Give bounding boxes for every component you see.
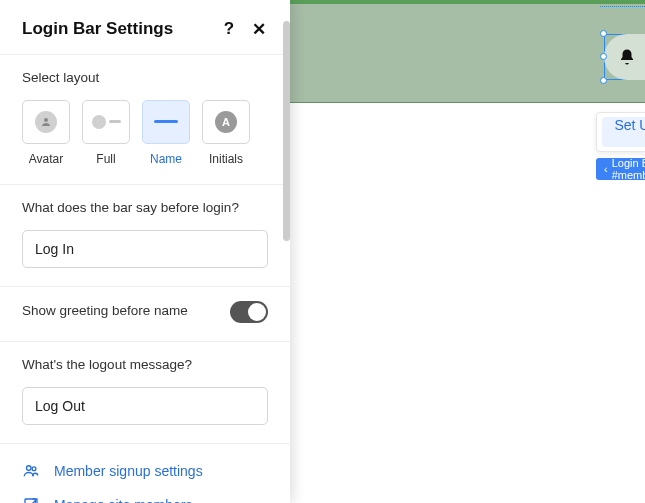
layout-option-initials[interactable]: A Initials (202, 100, 250, 166)
layout-option-avatar[interactable]: Avatar (22, 100, 70, 166)
panel-title: Login Bar Settings (22, 19, 210, 39)
resize-handle[interactable] (600, 77, 607, 84)
close-button[interactable]: ✕ (248, 18, 270, 40)
close-icon: ✕ (252, 19, 266, 40)
breadcrumb-label: Login Bar #membersLoginBar4 (612, 157, 645, 181)
layout-option-name[interactable]: Name (142, 100, 190, 166)
before-login-input[interactable] (22, 230, 268, 268)
manage-members-label: Manage site members (54, 497, 193, 503)
scrollbar-thumb[interactable] (283, 21, 290, 241)
login-bar-element[interactable]: Lisa Harrison (604, 34, 645, 80)
greeting-section: Show greeting before name (0, 286, 290, 341)
layout-option-label: Full (96, 152, 115, 166)
initials-icon: A (215, 111, 237, 133)
members-icon (22, 462, 40, 480)
avatar-icon (35, 111, 57, 133)
help-icon: ? (224, 19, 234, 39)
canvas-header-strip (290, 0, 645, 103)
logout-input[interactable] (22, 387, 268, 425)
external-link-icon (22, 496, 40, 503)
svg-point-12 (32, 467, 36, 471)
name-layout-icon (154, 120, 178, 123)
setup-login-bar-button[interactable]: Set Up Login Bar (602, 117, 645, 147)
manage-members-link[interactable]: Manage site members (0, 488, 290, 503)
bell-icon (618, 48, 636, 66)
chevron-left-icon: ‹ (604, 163, 608, 175)
panel-footer: Member signup settings Manage site membe… (0, 443, 290, 503)
full-layout-icon (92, 115, 121, 129)
before-login-label: What does the bar say before login? (22, 199, 268, 218)
layout-option-label: Avatar (29, 152, 63, 166)
logout-section: What's the logout message? (0, 341, 290, 443)
greeting-toggle[interactable] (230, 301, 268, 323)
help-button[interactable]: ? (218, 18, 240, 40)
member-signup-link[interactable]: Member signup settings (0, 454, 290, 488)
member-signup-label: Member signup settings (54, 463, 203, 479)
panel-header: Login Bar Settings ? ✕ (0, 0, 290, 54)
before-login-section: What does the bar say before login? (0, 184, 290, 286)
resize-handle[interactable] (600, 53, 607, 60)
settings-panel: Login Bar Settings ? ✕ Select layout Ava… (0, 0, 290, 503)
canvas: Lisa Harrison Set Up Login Bar 👆 (290, 0, 645, 503)
greeting-label: Show greeting before name (22, 302, 188, 321)
layout-section: Select layout Avatar Full Name A Initial… (0, 54, 290, 184)
svg-point-10 (44, 118, 48, 122)
selection-frame[interactable]: Lisa Harrison (604, 34, 645, 80)
layout-option-label: Name (150, 152, 182, 166)
layout-section-label: Select layout (22, 69, 268, 88)
alignment-guide-top (600, 6, 645, 7)
element-breadcrumb[interactable]: ‹ Login Bar #membersLoginBar4 (596, 158, 645, 180)
resize-handle[interactable] (600, 30, 607, 37)
layout-option-full[interactable]: Full (82, 100, 130, 166)
svg-point-11 (27, 465, 32, 470)
layout-option-label: Initials (209, 152, 243, 166)
logout-label: What's the logout message? (22, 356, 268, 375)
element-toolbar: Set Up Login Bar 👆 (596, 112, 645, 152)
